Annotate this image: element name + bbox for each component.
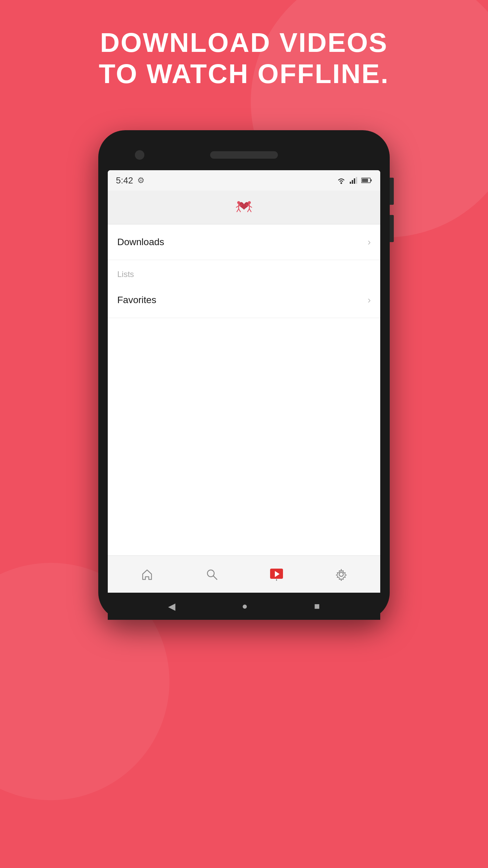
volume-button-1 — [390, 178, 394, 205]
gear-icon — [335, 568, 348, 581]
downloads-menu-item[interactable]: Downloads › — [108, 224, 380, 260]
app-header — [108, 191, 380, 224]
nav-settings[interactable] — [326, 561, 357, 588]
svg-rect-6 — [362, 179, 368, 182]
status-left: 5:42 ⚙ — [116, 175, 145, 186]
status-right — [336, 177, 372, 184]
logo-svg — [232, 198, 256, 217]
status-bar: 5:42 ⚙ — [108, 170, 380, 191]
volume-button-2 — [390, 215, 394, 242]
svg-rect-2 — [352, 180, 353, 184]
svg-line-13 — [239, 209, 240, 212]
home-button[interactable]: ● — [242, 601, 248, 612]
downloads-label: Downloads — [117, 237, 164, 248]
search-icon — [205, 568, 218, 581]
headline-text: DOWNLOAD VIDEOS TO WATCH OFFLINE. — [99, 27, 389, 90]
svg-line-18 — [248, 209, 249, 212]
headline-line1: DOWNLOAD VIDEOS — [100, 27, 388, 58]
favorites-chevron-icon: › — [368, 295, 371, 305]
svg-rect-3 — [354, 178, 355, 184]
nav-search[interactable] — [197, 561, 227, 588]
svg-line-21 — [214, 576, 217, 579]
settings-status-icon: ⚙ — [137, 176, 145, 185]
top-bezel — [108, 140, 380, 170]
play-icon — [269, 568, 284, 581]
back-button[interactable]: ◀ — [168, 601, 176, 612]
signal-icon — [350, 177, 358, 184]
recent-apps-button[interactable]: ■ — [314, 601, 320, 612]
svg-line-12 — [237, 209, 239, 212]
headline-line2: TO WATCH OFFLINE. — [99, 59, 389, 89]
battery-icon — [361, 177, 372, 183]
nav-home[interactable] — [132, 561, 162, 588]
phone-mockup: 5:42 ⚙ — [98, 110, 390, 620]
wifi-icon — [336, 177, 346, 184]
favorites-label: Favorites — [117, 295, 156, 305]
downloads-chevron-icon: › — [368, 237, 371, 248]
svg-point-20 — [207, 570, 214, 577]
favorites-menu-item[interactable]: Favorites › — [108, 282, 380, 318]
status-time: 5:42 — [116, 175, 133, 186]
menu-list: Downloads › Lists Favorites › — [108, 224, 380, 555]
svg-point-25 — [339, 572, 343, 576]
phone-outer: 5:42 ⚙ — [98, 130, 390, 620]
phone-screen: 5:42 ⚙ — [108, 170, 380, 620]
lists-section-label: Lists — [117, 270, 134, 279]
front-camera — [135, 150, 144, 160]
content-area — [108, 318, 380, 555]
svg-rect-1 — [350, 182, 351, 184]
svg-line-19 — [249, 209, 251, 212]
home-icon — [141, 568, 154, 581]
svg-point-0 — [341, 182, 342, 184]
svg-rect-4 — [356, 177, 357, 184]
svg-rect-7 — [371, 179, 372, 181]
android-nav-bar: ◀ ● ■ — [108, 593, 380, 620]
earpiece-speaker — [210, 151, 278, 159]
nav-play[interactable] — [261, 561, 292, 588]
lists-section-header: Lists — [108, 260, 380, 282]
app-logo — [232, 196, 256, 219]
bottom-navigation — [108, 555, 380, 593]
